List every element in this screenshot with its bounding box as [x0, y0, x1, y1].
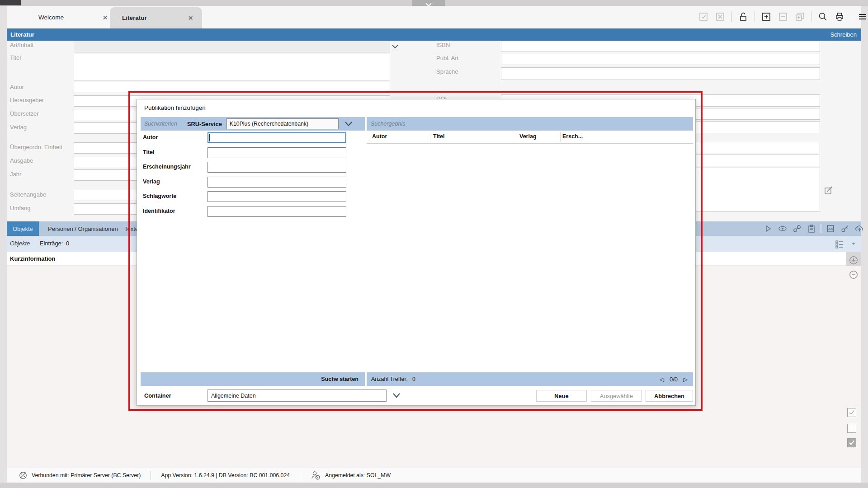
dialog-autor-input[interactable]	[208, 132, 346, 143]
logged-in-user: Angemeldet als: SOL_MW	[325, 472, 391, 479]
caret-down-icon[interactable]	[850, 241, 857, 246]
chevron-down-icon[interactable]	[343, 120, 354, 128]
close-icon[interactable]: ×	[103, 13, 108, 22]
chevron-down-icon[interactable]	[391, 391, 402, 399]
field-label: Schlagworte	[143, 193, 176, 199]
autor-input[interactable]	[74, 82, 390, 93]
checkbox-checked-light[interactable]	[847, 408, 856, 417]
remove-record-icon[interactable]	[778, 11, 788, 22]
separator	[35, 239, 35, 249]
field-label: Übersetzer	[10, 110, 39, 117]
ausgewaehlte-button[interactable]: Ausgewählte	[591, 390, 642, 402]
field-label: Seitenangabe	[10, 191, 46, 198]
dialog-identifikator-input[interactable]	[208, 206, 346, 217]
record-title: Literatur	[10, 31, 34, 38]
list-view-icon[interactable]	[835, 239, 844, 249]
close-icon[interactable]: ×	[188, 14, 193, 22]
sprache-input[interactable]	[501, 67, 820, 80]
hits-label: Anzahl Treffer:	[371, 376, 408, 382]
cancel-checkbox-icon[interactable]	[715, 11, 726, 22]
record-header: Literatur Schreiben	[7, 28, 861, 41]
pager-previous-icon[interactable]: ◁	[660, 376, 664, 383]
container-select[interactable]: Allgemeine Daten	[208, 389, 387, 402]
edit-icon[interactable]	[824, 185, 834, 195]
tab-welcome[interactable]: Welcome ×	[32, 6, 113, 28]
chevron-down-icon[interactable]	[391, 42, 400, 51]
checkbox-checked-filled[interactable]	[847, 438, 856, 447]
column-separator	[581, 132, 581, 142]
checkbox-unchecked[interactable]	[847, 424, 856, 433]
section-toolbar: Aa	[763, 221, 868, 236]
field-label: Verlag	[10, 124, 27, 131]
dialog-erscheinungsjahr-input[interactable]	[208, 162, 346, 173]
pager-position: 0/0	[670, 376, 678, 383]
tab-personen-label: Personen / Organisationen	[48, 225, 118, 232]
tab-separator	[30, 9, 30, 23]
window-left-edge	[0, 6, 7, 483]
column-header-ersch[interactable]: Ersch...	[562, 133, 583, 140]
column-separator	[560, 132, 561, 142]
search-icon[interactable]	[817, 11, 828, 22]
field-label: Verlag	[143, 178, 160, 185]
dialog-schlagworte-input[interactable]	[208, 191, 346, 202]
neue-button[interactable]: Neue	[536, 390, 587, 402]
user-icon	[310, 470, 321, 480]
tab-personen-organisationen[interactable]: Personen / Organisationen	[42, 221, 124, 236]
window-right-edge	[861, 6, 868, 483]
clipboard-icon[interactable]	[806, 223, 817, 234]
status-separator	[300, 471, 300, 480]
tab-welcome-label: Welcome	[38, 14, 64, 21]
titel-textarea[interactable]	[74, 54, 390, 80]
eye-icon[interactable]	[777, 223, 788, 234]
column-header-titel[interactable]: Titel	[433, 133, 444, 140]
publ-art-input[interactable]	[501, 54, 820, 65]
column-header-autor[interactable]: Autor	[372, 133, 387, 140]
field-label: Sprache	[436, 68, 458, 75]
pager-next-icon[interactable]: ▷	[683, 376, 688, 383]
collapse-icon[interactable]	[849, 270, 858, 279]
print-icon[interactable]	[834, 11, 845, 22]
status-separator	[151, 471, 151, 480]
toolbar-separator	[755, 11, 755, 22]
menu-icon[interactable]	[857, 11, 868, 22]
dialog-titel-input[interactable]	[208, 147, 346, 158]
art-inhalt-input[interactable]	[74, 41, 390, 52]
toolbar-separator	[731, 11, 732, 22]
confirm-checkbox-icon[interactable]	[698, 11, 709, 22]
entries-label: Einträge:	[40, 240, 63, 247]
isbn-input[interactable]	[501, 41, 820, 52]
suche-starten-button[interactable]: Suche starten	[321, 376, 359, 382]
duplicate-record-icon[interactable]	[794, 11, 805, 22]
sru-service-select[interactable]: K10Plus (Recherchedatenbank)	[226, 118, 339, 129]
container-label: Container	[144, 392, 171, 399]
text-caret	[209, 134, 210, 141]
play-icon[interactable]	[763, 223, 774, 234]
key-icon[interactable]	[840, 223, 850, 234]
expand-icon[interactable]	[849, 256, 858, 265]
kurzinformation-title: Kurzinformation	[10, 255, 55, 262]
dialog-verlag-input[interactable]	[208, 177, 346, 188]
tab-objekte-label: Objekte	[13, 225, 33, 232]
suchergebnis-label: Suchergebnis	[371, 121, 405, 127]
results-status-bar: Anzahl Treffer: 0 ◁ 0/0 ▷	[367, 372, 693, 386]
suchkriterien-label: Suchkriterien	[144, 121, 177, 127]
link-icon[interactable]	[792, 223, 802, 234]
write-mode-button[interactable]: Schreiben	[830, 31, 857, 38]
field-label: Übergeordn. Einheit	[10, 144, 62, 150]
add-record-icon[interactable]	[761, 11, 772, 22]
toolbar-separator	[811, 11, 811, 22]
unlock-icon[interactable]	[738, 11, 749, 22]
window-bottom-strip	[0, 483, 868, 488]
abbrechen-button[interactable]: Abbrechen	[646, 390, 693, 402]
vocabulary-icon[interactable]: Aa	[825, 223, 836, 234]
field-label: Identifikator	[143, 208, 175, 214]
field-label: ISBN	[436, 42, 450, 48]
tab-literatur[interactable]: Literatur ×	[110, 7, 202, 28]
dialog-title: Publikation hinzufügen	[144, 104, 206, 111]
entries-section-label: Objekte	[10, 240, 30, 247]
field-label: Art/Inhalt	[10, 42, 33, 48]
cloud-upload-icon[interactable]	[854, 223, 865, 234]
tab-objekte[interactable]: Objekte	[7, 221, 39, 236]
field-label: Titel	[10, 54, 21, 61]
column-header-verlag[interactable]: Verlag	[519, 133, 537, 140]
